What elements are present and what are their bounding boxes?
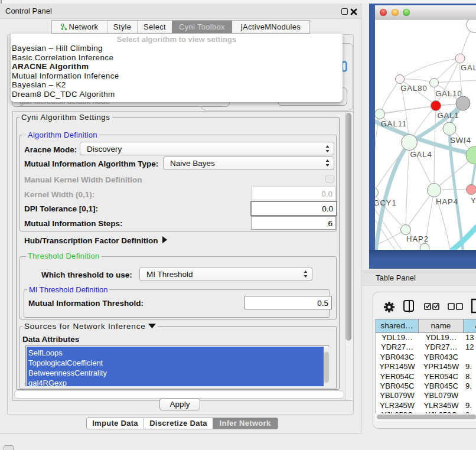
svg-text:GAL4: GAL4 <box>410 150 432 159</box>
svg-text:GCY1: GCY1 <box>375 198 397 207</box>
svg-text:HAP2: HAP2 <box>406 234 429 243</box>
svg-text:GAL11: GAL11 <box>381 119 407 128</box>
svg-text:SWI4: SWI4 <box>450 136 471 145</box>
svg-text:YEL: YEL <box>471 196 476 205</box>
svg-text:GAL10: GAL10 <box>435 89 462 98</box>
svg-text:GAL1: GAL1 <box>437 111 459 120</box>
svg-text:GAL80: GAL80 <box>400 84 427 93</box>
svg-text:GAL7: GAL7 <box>461 63 476 72</box>
svg-text:HAP4: HAP4 <box>436 197 458 206</box>
